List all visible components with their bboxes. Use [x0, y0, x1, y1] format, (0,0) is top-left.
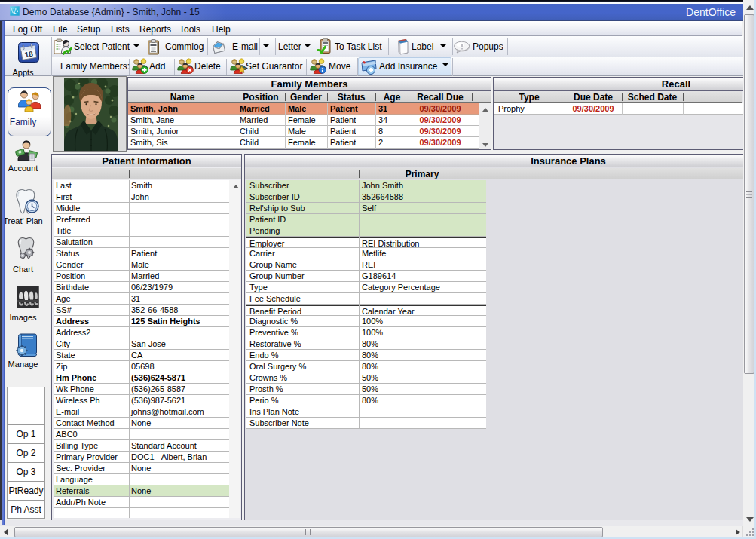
svg-text:18: 18	[24, 50, 34, 60]
